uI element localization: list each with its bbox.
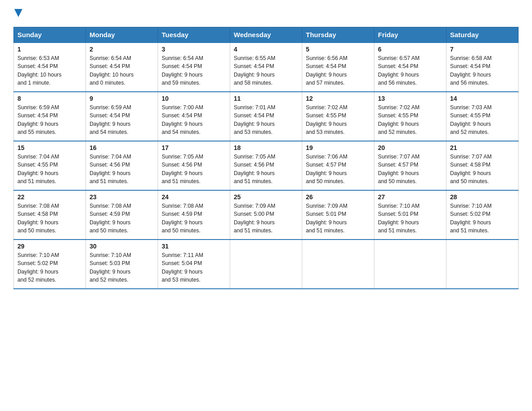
day-number: 30 [90, 243, 154, 250]
day-info: Sunrise: 6:57 AMSunset: 4:54 PMDaylight:… [378, 54, 442, 87]
day-number: 22 [17, 193, 82, 201]
day-info: Sunrise: 6:54 AMSunset: 4:54 PMDaylight:… [162, 54, 226, 87]
calendar-cell: 27 Sunrise: 7:10 AMSunset: 5:01 PMDaylig… [374, 190, 446, 240]
day-number: 1 [17, 46, 82, 53]
calendar-week-row: 1 Sunrise: 6:53 AMSunset: 4:54 PMDayligh… [14, 43, 519, 92]
day-info: Sunrise: 7:02 AMSunset: 4:55 PMDaylight:… [378, 103, 442, 136]
day-info: Sunrise: 6:59 AMSunset: 4:54 PMDaylight:… [90, 103, 154, 136]
day-info: Sunrise: 7:01 AMSunset: 4:54 PMDaylight:… [234, 103, 298, 136]
day-info: Sunrise: 7:08 AMSunset: 4:59 PMDaylight:… [162, 202, 226, 235]
day-info: Sunrise: 7:07 AMSunset: 4:57 PMDaylight:… [378, 153, 442, 185]
day-info: Sunrise: 6:53 AMSunset: 4:54 PMDaylight:… [17, 54, 82, 87]
calendar-cell: 16 Sunrise: 7:04 AMSunset: 4:56 PMDaylig… [86, 141, 158, 190]
calendar-body: 1 Sunrise: 6:53 AMSunset: 4:54 PMDayligh… [14, 43, 519, 289]
calendar-cell: 29 Sunrise: 7:10 AMSunset: 5:02 PMDaylig… [14, 240, 86, 289]
day-info: Sunrise: 7:10 AMSunset: 5:01 PMDaylight:… [378, 202, 442, 235]
logo-triangle-icon [14, 9, 22, 17]
weekday-header-monday: Monday [86, 27, 158, 43]
day-info: Sunrise: 7:03 AMSunset: 4:55 PMDaylight:… [450, 103, 515, 136]
day-info: Sunrise: 6:59 AMSunset: 4:54 PMDaylight:… [17, 103, 82, 136]
calendar-cell: 10 Sunrise: 7:00 AMSunset: 4:54 PMDaylig… [158, 92, 230, 141]
calendar-week-row: 22 Sunrise: 7:08 AMSunset: 4:58 PMDaylig… [14, 190, 519, 240]
calendar-cell: 18 Sunrise: 7:05 AMSunset: 4:56 PMDaylig… [230, 141, 302, 190]
calendar-cell: 3 Sunrise: 6:54 AMSunset: 4:54 PMDayligh… [158, 43, 230, 92]
day-info: Sunrise: 7:04 AMSunset: 4:56 PMDaylight:… [90, 153, 154, 185]
day-number: 18 [234, 144, 298, 151]
day-number: 31 [162, 243, 226, 250]
calendar-cell [374, 240, 446, 289]
day-number: 24 [162, 193, 226, 201]
day-number: 7 [450, 46, 515, 53]
logo [13, 9, 22, 19]
calendar-cell: 28 Sunrise: 7:10 AMSunset: 5:02 PMDaylig… [446, 190, 519, 240]
day-number: 3 [162, 46, 226, 53]
calendar-cell: 7 Sunrise: 6:58 AMSunset: 4:54 PMDayligh… [446, 43, 519, 92]
day-number: 12 [306, 95, 370, 102]
day-info: Sunrise: 7:06 AMSunset: 4:57 PMDaylight:… [306, 153, 370, 185]
calendar-cell [446, 240, 519, 289]
calendar-cell: 11 Sunrise: 7:01 AMSunset: 4:54 PMDaylig… [230, 92, 302, 141]
calendar-cell: 20 Sunrise: 7:07 AMSunset: 4:57 PMDaylig… [374, 141, 446, 190]
day-info: Sunrise: 7:08 AMSunset: 4:59 PMDaylight:… [90, 202, 154, 235]
calendar-cell: 25 Sunrise: 7:09 AMSunset: 5:00 PMDaylig… [230, 190, 302, 240]
day-number: 17 [162, 144, 226, 151]
day-info: Sunrise: 7:05 AMSunset: 4:56 PMDaylight:… [234, 153, 298, 185]
day-info: Sunrise: 7:09 AMSunset: 5:01 PMDaylight:… [306, 202, 370, 235]
calendar-cell: 1 Sunrise: 6:53 AMSunset: 4:54 PMDayligh… [14, 43, 86, 92]
day-info: Sunrise: 7:10 AMSunset: 5:02 PMDaylight:… [17, 251, 82, 284]
calendar-cell: 21 Sunrise: 7:07 AMSunset: 4:58 PMDaylig… [446, 141, 519, 190]
day-number: 13 [378, 95, 442, 102]
day-number: 25 [234, 193, 298, 201]
day-info: Sunrise: 6:54 AMSunset: 4:54 PMDaylight:… [90, 54, 154, 87]
weekday-header-saturday: Saturday [446, 27, 519, 43]
weekday-header-tuesday: Tuesday [158, 27, 230, 43]
calendar-cell: 2 Sunrise: 6:54 AMSunset: 4:54 PMDayligh… [86, 43, 158, 92]
day-number: 16 [90, 144, 154, 151]
calendar-cell: 26 Sunrise: 7:09 AMSunset: 5:01 PMDaylig… [302, 190, 374, 240]
day-number: 20 [378, 144, 442, 151]
day-info: Sunrise: 7:10 AMSunset: 5:02 PMDaylight:… [450, 202, 515, 235]
svg-marker-0 [14, 9, 22, 17]
day-info: Sunrise: 7:02 AMSunset: 4:55 PMDaylight:… [306, 103, 370, 136]
calendar-cell: 13 Sunrise: 7:02 AMSunset: 4:55 PMDaylig… [374, 92, 446, 141]
calendar-cell: 15 Sunrise: 7:04 AMSunset: 4:55 PMDaylig… [14, 141, 86, 190]
day-number: 29 [17, 243, 82, 250]
weekday-header-sunday: Sunday [14, 27, 86, 43]
calendar-cell: 14 Sunrise: 7:03 AMSunset: 4:55 PMDaylig… [446, 92, 519, 141]
header [13, 9, 519, 19]
day-number: 6 [378, 46, 442, 53]
calendar-week-row: 29 Sunrise: 7:10 AMSunset: 5:02 PMDaylig… [14, 240, 519, 289]
calendar-cell: 6 Sunrise: 6:57 AMSunset: 4:54 PMDayligh… [374, 43, 446, 92]
day-info: Sunrise: 6:56 AMSunset: 4:54 PMDaylight:… [306, 54, 370, 87]
day-number: 21 [450, 144, 515, 151]
day-info: Sunrise: 7:04 AMSunset: 4:55 PMDaylight:… [17, 153, 82, 185]
weekday-header-thursday: Thursday [302, 27, 374, 43]
day-number: 5 [306, 46, 370, 53]
calendar-cell: 8 Sunrise: 6:59 AMSunset: 4:54 PMDayligh… [14, 92, 86, 141]
calendar-cell [230, 240, 302, 289]
calendar-week-row: 15 Sunrise: 7:04 AMSunset: 4:55 PMDaylig… [14, 141, 519, 190]
calendar-cell: 4 Sunrise: 6:55 AMSunset: 4:54 PMDayligh… [230, 43, 302, 92]
calendar-cell: 31 Sunrise: 7:11 AMSunset: 5:04 PMDaylig… [158, 240, 230, 289]
day-info: Sunrise: 6:58 AMSunset: 4:54 PMDaylight:… [450, 54, 515, 87]
day-number: 15 [17, 144, 82, 151]
calendar-cell: 30 Sunrise: 7:10 AMSunset: 5:03 PMDaylig… [86, 240, 158, 289]
day-number: 2 [90, 46, 154, 53]
day-number: 14 [450, 95, 515, 102]
weekday-header-row: SundayMondayTuesdayWednesdayThursdayFrid… [14, 27, 519, 43]
day-number: 9 [90, 95, 154, 102]
calendar-cell: 19 Sunrise: 7:06 AMSunset: 4:57 PMDaylig… [302, 141, 374, 190]
calendar-table: SundayMondayTuesdayWednesdayThursdayFrid… [13, 27, 519, 289]
calendar-cell: 17 Sunrise: 7:05 AMSunset: 4:56 PMDaylig… [158, 141, 230, 190]
day-number: 23 [90, 193, 154, 201]
calendar-cell: 22 Sunrise: 7:08 AMSunset: 4:58 PMDaylig… [14, 190, 86, 240]
calendar-cell: 24 Sunrise: 7:08 AMSunset: 4:59 PMDaylig… [158, 190, 230, 240]
day-info: Sunrise: 7:10 AMSunset: 5:03 PMDaylight:… [90, 251, 154, 284]
day-number: 11 [234, 95, 298, 102]
day-number: 10 [162, 95, 226, 102]
calendar-week-row: 8 Sunrise: 6:59 AMSunset: 4:54 PMDayligh… [14, 92, 519, 141]
calendar-cell: 23 Sunrise: 7:08 AMSunset: 4:59 PMDaylig… [86, 190, 158, 240]
day-info: Sunrise: 7:08 AMSunset: 4:58 PMDaylight:… [17, 202, 82, 235]
day-info: Sunrise: 7:00 AMSunset: 4:54 PMDaylight:… [162, 103, 226, 136]
day-number: 4 [234, 46, 298, 53]
